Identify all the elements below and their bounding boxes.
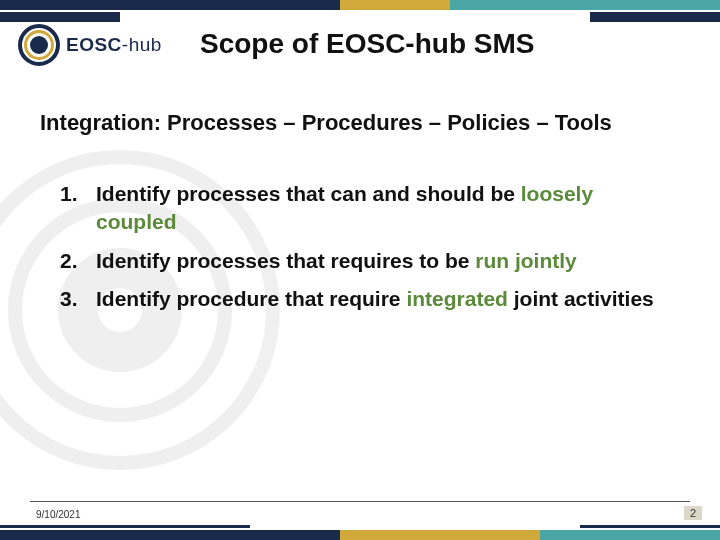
list-item: 3. Identify procedure that require integ… [60, 285, 670, 313]
list-number: 3. [60, 285, 96, 313]
slide-title: Scope of EOSC-hub SMS [200, 28, 534, 60]
list-text: Identify processes that requires to be r… [96, 247, 670, 275]
slide-subtitle: Integration: Processes – Procedures – Po… [40, 110, 612, 136]
footer-date: 9/10/2021 [36, 509, 81, 520]
page-number: 2 [684, 506, 702, 520]
logo-text: EOSC-hub [66, 34, 162, 56]
eosc-hub-logo: EOSC-hub [18, 24, 162, 66]
list-number: 1. [60, 180, 96, 237]
footer-divider [30, 501, 690, 502]
slide: EOSC-hub Scope of EOSC-hub SMS Integrati… [0, 0, 720, 540]
logo-mark-icon [18, 24, 60, 66]
top-stripe-decor [0, 0, 720, 16]
list-item: 2. Identify processes that requires to b… [60, 247, 670, 275]
list-number: 2. [60, 247, 96, 275]
list-text: Identify processes that can and should b… [96, 180, 670, 237]
accent-text: run jointly [475, 249, 577, 272]
numbered-list: 1. Identify processes that can and shoul… [60, 180, 670, 323]
list-text: Identify procedure that require integrat… [96, 285, 670, 313]
list-item: 1. Identify processes that can and shoul… [60, 180, 670, 237]
accent-text: integrated [406, 287, 508, 310]
bottom-stripe-decor [0, 525, 720, 540]
